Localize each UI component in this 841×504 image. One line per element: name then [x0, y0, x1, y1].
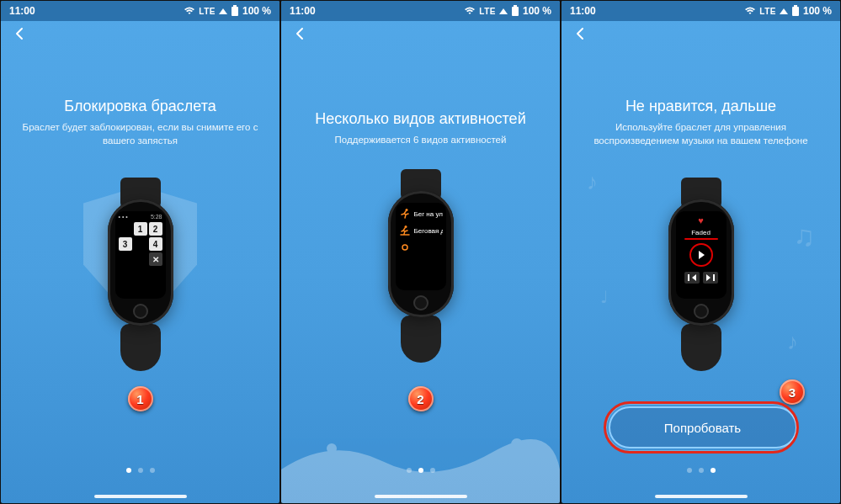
step-badge: 2	[408, 386, 434, 411]
triptych: 11:00 LTE 100 % Блокировка браслета Брас…	[0, 0, 841, 504]
dot-3[interactable]	[150, 468, 155, 473]
battery-percent: 100 %	[242, 5, 271, 17]
status-bar: 11:00 LTE 100 %	[1, 1, 279, 21]
svg-rect-1	[233, 5, 237, 7]
page-title: Не нравится, дальше	[578, 98, 823, 115]
status-bar: 11:00 LTE 100 %	[562, 1, 840, 21]
svg-rect-12	[794, 5, 797, 7]
svg-rect-7	[515, 450, 519, 464]
band-home-button	[133, 304, 148, 319]
key-blank	[134, 252, 147, 266]
dot-3[interactable]	[430, 468, 435, 473]
band-capsule: Бег на улиц Беговая до	[388, 191, 454, 317]
svg-rect-2	[512, 7, 519, 16]
activity-label: Бег на улиц	[414, 210, 443, 218]
status-right: LTE 100 %	[184, 5, 271, 17]
status-time: 11:00	[290, 5, 316, 17]
svg-point-6	[511, 438, 523, 450]
band-capsule: • • •5:28 1 2 3 4 ✕	[108, 199, 173, 326]
band-display-activities: Бег на улиц Беговая до	[396, 203, 446, 290]
dot-1[interactable]	[126, 468, 131, 473]
hero-text: Блокировка браслета Браслет будет заблок…	[1, 98, 279, 147]
hero-text: Не нравится, дальше Используйте браслет …	[562, 98, 840, 147]
page-subtitle: Браслет будет заблокирован, если вы сним…	[18, 120, 263, 147]
status-time: 11:00	[570, 5, 596, 17]
battery-icon	[791, 5, 800, 17]
page-dots	[126, 468, 155, 473]
try-button[interactable]: Попробовать	[609, 406, 797, 448]
svg-rect-0	[232, 7, 238, 16]
wifi-icon	[744, 7, 756, 15]
back-button[interactable]	[573, 26, 590, 43]
signal-icon	[780, 8, 788, 14]
dot-2[interactable]	[138, 468, 143, 473]
svg-rect-3	[514, 5, 517, 7]
status-time: 11:00	[9, 5, 35, 17]
activity-label: Беговая до	[414, 227, 443, 235]
back-button[interactable]	[13, 26, 29, 43]
activity-item: Бег на улиц	[399, 208, 443, 220]
onboarding-screen-activities: 11:00 LTE 100 % Несколько видов активнос…	[281, 1, 560, 503]
network-label: LTE	[199, 7, 216, 16]
gesture-bar	[375, 495, 467, 498]
gesture-bar	[655, 495, 748, 498]
wifi-icon	[464, 7, 476, 15]
band-strap-bottom	[681, 324, 721, 371]
key-1: 1	[134, 222, 147, 236]
svg-point-4	[327, 443, 337, 454]
gesture-bar	[94, 495, 187, 498]
pad-time: 5:28	[151, 214, 162, 220]
track-title: Faded	[691, 229, 711, 236]
network-label: LTE	[479, 7, 496, 16]
page-subtitle: Поддерживается 6 видов активностей	[298, 133, 543, 146]
key-del: ✕	[149, 252, 162, 266]
onboarding-screen-lock: 11:00 LTE 100 % Блокировка браслета Брас…	[1, 1, 279, 503]
activity-item: Беговая до	[399, 225, 443, 236]
band-illustration: • • •5:28 1 2 3 4 ✕	[103, 178, 178, 371]
band-display-music: ♥ Faded	[676, 211, 727, 299]
step-badge: 3	[780, 379, 805, 405]
page-dots	[687, 468, 716, 473]
dot-2[interactable]	[699, 468, 704, 473]
battery-icon	[511, 5, 519, 17]
band-illustration: Бег на улиц Беговая до	[383, 169, 459, 363]
onboarding-screen-music: 11:00 LTE 100 % ♪ ♫ ♩ ♪ Не нравится, дал…	[562, 1, 840, 503]
dot-2[interactable]	[418, 468, 423, 473]
band-strap-bottom	[401, 316, 441, 363]
activity-item	[399, 241, 443, 253]
dot-1[interactable]	[407, 468, 412, 473]
signal-icon	[499, 8, 508, 14]
key-blank	[119, 222, 132, 236]
band-strap-bottom	[120, 324, 161, 371]
key-4: 4	[149, 237, 162, 251]
key-3: 3	[119, 237, 132, 251]
key-blank	[134, 237, 147, 251]
battery-percent: 100 %	[523, 5, 551, 17]
svg-rect-11	[792, 7, 799, 16]
page-dots	[407, 468, 435, 473]
try-button-wrap: Попробовать	[609, 406, 794, 448]
prev-track-icon	[684, 272, 700, 284]
status-right: LTE 100 %	[744, 5, 832, 17]
runner-icon	[399, 208, 411, 220]
hero-text: Несколько видов активностей Поддерживает…	[281, 110, 560, 146]
wifi-icon	[184, 7, 195, 15]
try-button-label: Попробовать	[664, 421, 741, 435]
step-badge: 1	[128, 386, 153, 411]
progress-bar	[684, 238, 718, 240]
dot-3[interactable]	[711, 468, 716, 473]
back-button[interactable]	[293, 26, 310, 43]
key-blank	[119, 252, 132, 266]
svg-rect-5	[330, 454, 333, 465]
battery-icon	[231, 5, 239, 17]
dot-1[interactable]	[687, 468, 692, 473]
signal-icon	[219, 8, 227, 14]
status-right: LTE 100 %	[464, 5, 551, 17]
battery-percent: 100 %	[803, 5, 832, 17]
band-home-button	[694, 304, 709, 319]
next-track-icon	[703, 272, 718, 284]
band-home-button	[413, 295, 428, 310]
play-icon	[689, 243, 713, 267]
band-capsule: ♥ Faded	[668, 199, 734, 326]
band-illustration: ♥ Faded	[663, 178, 739, 371]
